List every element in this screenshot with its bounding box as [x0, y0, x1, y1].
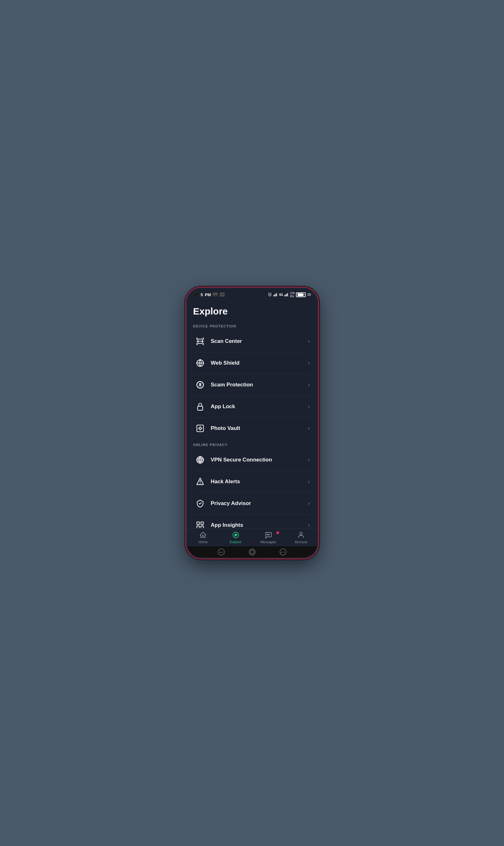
globe-shield-icon	[195, 357, 206, 369]
svg-rect-24	[197, 522, 199, 524]
gesture-bar: ⌐ ⌐	[187, 546, 318, 558]
svg-point-34	[300, 533, 302, 535]
chevron-app-insights: ›	[308, 522, 309, 528]
svg-rect-20	[197, 406, 202, 410]
nav-item-account[interactable]: Account	[285, 531, 318, 544]
menu-label-app-insights: App Insights	[211, 522, 303, 528]
svg-rect-27	[201, 526, 203, 528]
battery-percent: 39	[307, 293, 311, 296]
recents-button[interactable]: ⌐	[280, 549, 287, 555]
privacy-advisor-icon	[195, 498, 206, 509]
menu-item-hack-alerts[interactable]: Hack Alerts ›	[193, 471, 311, 493]
chevron-photo-vault: ›	[308, 426, 309, 431]
signal-icon	[273, 293, 278, 296]
battery-icon	[296, 292, 306, 297]
menu-item-app-lock[interactable]: App Lock ›	[193, 396, 311, 418]
signal-icon-2	[284, 293, 289, 296]
chevron-scan-center: ›	[308, 339, 309, 344]
svg-rect-9	[275, 294, 276, 296]
section-label-device-protection: DEVICE PROTECTION	[193, 324, 311, 328]
svg-rect-7	[273, 295, 274, 296]
svg-rect-26	[197, 526, 199, 528]
menu-item-scam-protection[interactable]: Scam Protection ›	[193, 374, 311, 396]
menu-label-app-lock: App Lock	[211, 403, 303, 410]
nav-item-home[interactable]: Home	[187, 531, 220, 544]
phone-device: 5 PM	[186, 287, 318, 559]
section-device-protection: DEVICE PROTECTION Scan Center ›	[193, 324, 311, 439]
svg-rect-13	[287, 294, 287, 296]
account-nav-icon	[297, 531, 305, 539]
menu-label-scam-protection: Scam Protection	[211, 382, 303, 388]
svg-point-31	[267, 534, 268, 535]
menu-label-photo-vault: Photo Vault	[211, 425, 303, 432]
menu-label-scan-center: Scan Center	[211, 338, 303, 344]
alarm-icon	[268, 292, 272, 297]
menu-label-privacy-advisor: Privacy Advisor	[211, 500, 303, 506]
explore-nav-icon	[232, 531, 240, 539]
menu-label-vpn: VPN Secure Connection	[211, 457, 303, 463]
menu-label-web-shield: Web Shield	[211, 360, 303, 366]
bottom-nav: Home Explore	[187, 528, 318, 546]
section-label-online-privacy: ONLINE PRIVACY	[193, 443, 311, 447]
page-title: Explore	[193, 306, 311, 317]
camera-notch	[193, 292, 199, 297]
nav-label-explore: Explore	[230, 540, 241, 544]
svg-rect-5	[220, 295, 225, 296]
svg-rect-11	[284, 295, 285, 296]
status-time: 5	[201, 292, 203, 297]
app-insights-icon	[195, 519, 206, 528]
menu-item-app-insights[interactable]: App Insights ›	[193, 515, 311, 528]
section-online-privacy: ONLINE PRIVACY VPN Secure Connection ›	[193, 443, 311, 528]
svg-point-32	[268, 534, 269, 535]
vault-icon	[195, 423, 206, 434]
menu-label-hack-alerts: Hack Alerts	[211, 479, 303, 485]
nav-label-home: Home	[199, 540, 208, 544]
svg-rect-12	[285, 294, 286, 296]
hack-icon	[195, 476, 206, 487]
svg-rect-21	[197, 425, 203, 432]
status-right: 4G 236B/s 39	[268, 292, 311, 298]
lock-icon	[195, 401, 206, 412]
scan-icon	[195, 335, 206, 347]
svg-rect-10	[276, 293, 277, 296]
flag-icon-2	[220, 293, 225, 296]
messages-nav-icon	[264, 531, 272, 539]
status-ampm: PM	[205, 292, 211, 297]
menu-item-vpn[interactable]: VPN Secure Connection ›	[193, 449, 311, 471]
flag-icon-1	[213, 293, 218, 296]
svg-rect-1	[213, 293, 218, 294]
svg-rect-14	[287, 293, 288, 296]
scam-icon	[195, 379, 206, 391]
chevron-privacy-advisor: ›	[308, 501, 309, 506]
svg-rect-8	[274, 294, 275, 296]
nav-item-explore[interactable]: Explore	[219, 531, 252, 544]
vpn-icon	[195, 454, 206, 466]
screen-content: Explore DEVICE PROTECTION Sca	[187, 300, 318, 528]
status-bar: 5 PM	[187, 288, 318, 300]
nav-item-messages[interactable]: Messages	[252, 531, 285, 544]
chevron-hack-alerts: ›	[308, 479, 309, 484]
messages-badge	[276, 532, 279, 534]
menu-item-scan-center[interactable]: Scan Center ›	[193, 331, 311, 352]
status-speed: 236B/s	[290, 292, 295, 298]
chevron-app-lock: ›	[308, 404, 309, 410]
svg-rect-4	[220, 293, 225, 294]
svg-point-33	[269, 534, 270, 535]
svg-rect-25	[201, 522, 203, 524]
menu-item-web-shield[interactable]: Web Shield ›	[193, 352, 311, 374]
svg-rect-2	[213, 294, 218, 295]
menu-item-privacy-advisor[interactable]: Privacy Advisor ›	[193, 493, 311, 515]
home-button[interactable]	[249, 549, 256, 555]
menu-item-photo-vault[interactable]: Photo Vault ›	[193, 418, 311, 439]
nav-label-messages: Messages	[260, 540, 276, 544]
chevron-vpn: ›	[308, 457, 309, 463]
nav-label-account: Account	[295, 540, 307, 544]
status-4g: 4G	[279, 293, 283, 296]
chevron-scam-protection: ›	[308, 382, 309, 388]
back-button[interactable]: ⌐	[218, 549, 225, 555]
chevron-web-shield: ›	[308, 360, 309, 366]
home-nav-icon	[199, 531, 207, 539]
